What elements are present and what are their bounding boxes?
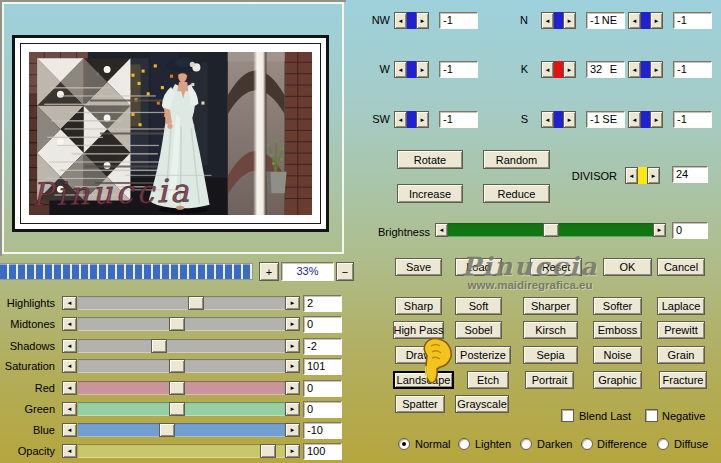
opacity-value-field[interactable]: 100	[303, 443, 342, 460]
brightness-value-field[interactable]: 0	[672, 222, 708, 239]
sw-decrease-button[interactable]: ◄	[394, 111, 407, 128]
saturation-increase-button[interactable]: ►	[285, 359, 300, 373]
saturation-slider-thumb[interactable]	[169, 359, 185, 373]
red-value-field[interactable]: 0	[303, 380, 342, 397]
zoom-out-button[interactable]: −	[336, 262, 354, 281]
ne-decrease-button[interactable]: ◄	[628, 12, 641, 29]
e-decrease-button[interactable]: ◄	[628, 61, 641, 78]
divisor-decrease-button[interactable]: ◄	[625, 167, 638, 184]
highlights-value-field[interactable]: 2	[303, 295, 342, 312]
cancel-button[interactable]: Cancel	[657, 258, 705, 276]
save-button[interactable]: Save	[395, 258, 442, 276]
filter-landscape-button[interactable]: Landscape	[393, 371, 454, 389]
highlights-slider-thumb[interactable]	[188, 296, 204, 310]
blue-value-field[interactable]: -10	[303, 422, 342, 439]
shadows-increase-button[interactable]: ►	[285, 339, 300, 353]
blue-decrease-button[interactable]: ◄	[62, 423, 77, 437]
green-increase-button[interactable]: ►	[285, 402, 300, 416]
red-increase-button[interactable]: ►	[285, 381, 300, 395]
filter-grayscale-button[interactable]: Grayscale	[455, 395, 509, 413]
midtones-decrease-button[interactable]: ◄	[62, 317, 77, 331]
s-increase-button[interactable]: ►	[563, 111, 576, 128]
highlights-slider-track[interactable]	[78, 296, 285, 310]
divisor-increase-button[interactable]: ►	[647, 167, 660, 184]
blend-last-checkbox[interactable]	[561, 409, 574, 422]
opacity-increase-button[interactable]: ►	[285, 444, 300, 458]
highlights-increase-button[interactable]: ►	[285, 296, 300, 310]
filter-noise-button[interactable]: Noise	[593, 346, 642, 364]
blend-mode-lighten-radio[interactable]	[458, 438, 470, 450]
brightness-increase-button[interactable]: ►	[653, 223, 666, 237]
filter-sharp-button[interactable]: Sharp	[395, 297, 442, 315]
filter-grain-button[interactable]: Grain	[657, 346, 705, 364]
sw-increase-button[interactable]: ►	[416, 111, 429, 128]
brightness-decrease-button[interactable]: ◄	[435, 223, 448, 237]
red-decrease-button[interactable]: ◄	[62, 381, 77, 395]
saturation-decrease-button[interactable]: ◄	[62, 359, 77, 373]
n-increase-button[interactable]: ►	[563, 12, 576, 29]
red-slider-thumb[interactable]	[169, 381, 185, 395]
nw-increase-button[interactable]: ►	[416, 12, 429, 29]
blue-increase-button[interactable]: ►	[285, 423, 300, 437]
blend-mode-difference-radio[interactable]	[581, 438, 593, 450]
brightness-slider-thumb[interactable]	[543, 223, 559, 237]
midtones-slider-thumb[interactable]	[169, 317, 185, 331]
w-increase-button[interactable]: ►	[416, 61, 429, 78]
random-button[interactable]: Random	[483, 150, 550, 169]
green-slider-thumb[interactable]	[169, 402, 185, 416]
reduce-button[interactable]: Reduce	[483, 184, 550, 203]
saturation-slider-track[interactable]	[78, 359, 285, 373]
blue-slider-track[interactable]	[78, 423, 285, 437]
shadows-slider-track[interactable]	[78, 339, 285, 353]
increase-button[interactable]: Increase	[397, 184, 463, 203]
se-value-field[interactable]: -1	[673, 111, 712, 128]
midtones-slider-track[interactable]	[78, 317, 285, 331]
filter-emboss-button[interactable]: Emboss	[593, 321, 642, 339]
negative-checkbox[interactable]	[645, 409, 658, 422]
divisor-value-field[interactable]: 24	[672, 166, 708, 183]
filter-high-pass-button[interactable]: High Pass	[393, 321, 444, 339]
filter-draw-button[interactable]: Draw	[395, 346, 442, 364]
blend-mode-diffuse-radio[interactable]	[657, 438, 669, 450]
zoom-in-button[interactable]: +	[259, 262, 279, 281]
w-decrease-button[interactable]: ◄	[394, 61, 407, 78]
s-decrease-button[interactable]: ◄	[541, 111, 554, 128]
shadows-value-field[interactable]: -2	[303, 338, 342, 355]
opacity-decrease-button[interactable]: ◄	[62, 444, 77, 458]
filter-posterize-button[interactable]: Posterize	[455, 346, 511, 364]
filter-fracture-button[interactable]: Fracture	[659, 371, 707, 389]
shadows-decrease-button[interactable]: ◄	[62, 339, 77, 353]
k-decrease-button[interactable]: ◄	[541, 61, 554, 78]
filter-softer-button[interactable]: Softer	[593, 297, 642, 315]
opacity-slider-thumb[interactable]	[260, 444, 276, 458]
sw-value-field[interactable]: -1	[439, 111, 478, 128]
rotate-button[interactable]: Rotate	[397, 150, 463, 169]
midtones-value-field[interactable]: 0	[303, 316, 342, 333]
blend-mode-darken-radio[interactable]	[520, 438, 532, 450]
se-decrease-button[interactable]: ◄	[628, 111, 641, 128]
k-increase-button[interactable]: ►	[563, 61, 576, 78]
filter-kirsch-button[interactable]: Kirsch	[523, 321, 578, 339]
e-increase-button[interactable]: ►	[650, 61, 663, 78]
e-value-field[interactable]: -1	[673, 61, 712, 78]
filter-sobel-button[interactable]: Sobel	[455, 321, 502, 339]
nw-value-field[interactable]: -1	[439, 12, 478, 29]
filter-etch-button[interactable]: Etch	[467, 371, 509, 389]
blend-mode-normal-radio[interactable]	[398, 438, 410, 450]
reset-button[interactable]: Reset	[530, 258, 582, 276]
green-decrease-button[interactable]: ◄	[62, 402, 77, 416]
filter-soft-button[interactable]: Soft	[455, 297, 502, 315]
filter-prewitt-button[interactable]: Prewitt	[657, 321, 705, 339]
green-slider-track[interactable]	[78, 402, 285, 416]
blue-slider-thumb[interactable]	[159, 423, 175, 437]
highlights-decrease-button[interactable]: ◄	[62, 296, 77, 310]
w-value-field[interactable]: -1	[439, 61, 478, 78]
load-button[interactable]: Load	[455, 258, 502, 276]
n-decrease-button[interactable]: ◄	[541, 12, 554, 29]
ne-increase-button[interactable]: ►	[650, 12, 663, 29]
filter-laplace-button[interactable]: Laplace	[657, 297, 705, 315]
shadows-slider-thumb[interactable]	[151, 339, 167, 353]
ne-value-field[interactable]: -1	[673, 12, 712, 29]
nw-decrease-button[interactable]: ◄	[394, 12, 407, 29]
filter-sepia-button[interactable]: Sepia	[523, 346, 578, 364]
